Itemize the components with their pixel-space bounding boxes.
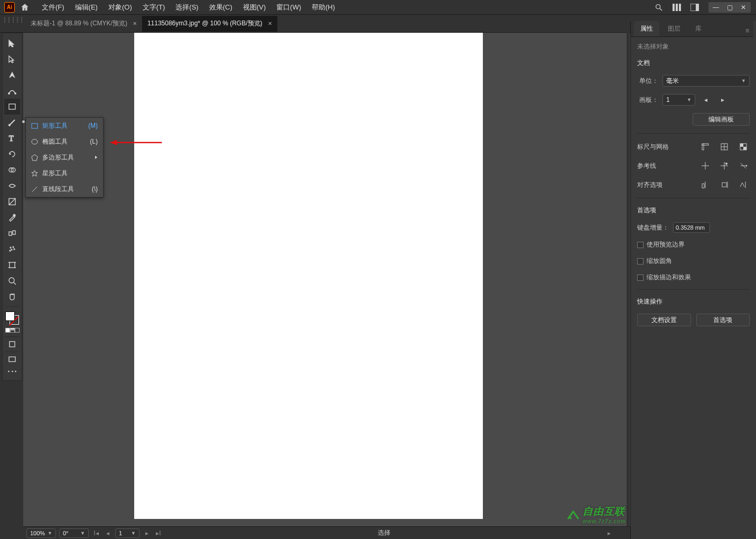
- smart-guides-icon[interactable]: [737, 160, 750, 172]
- flyout-line-tool[interactable]: 直线段工具 (\): [26, 181, 103, 197]
- svg-point-50: [725, 163, 727, 165]
- transparency-grid-icon[interactable]: [737, 141, 750, 153]
- document-setup-button[interactable]: 文档设置: [637, 314, 691, 326]
- pen-tool[interactable]: [4, 67, 20, 83]
- svg-marker-36: [32, 170, 38, 176]
- flyout-rectangle-tool[interactable]: 矩形工具 (M): [26, 118, 103, 134]
- window-close[interactable]: ✕: [736, 3, 750, 12]
- menu-type[interactable]: 文字(T): [138, 0, 170, 15]
- svg-rect-18: [13, 231, 15, 234]
- color-mode-row[interactable]: [4, 325, 20, 335]
- edit-toolbar-button[interactable]: [4, 365, 20, 377]
- align-pixel-icon[interactable]: [699, 179, 712, 191]
- tab-layers[interactable]: 图层: [661, 21, 687, 36]
- scrollbar-horizontal[interactable]: [23, 519, 630, 526]
- workspace-icon[interactable]: [688, 1, 701, 14]
- next-artboard-button[interactable]: ▸: [143, 529, 151, 537]
- window-minimize[interactable]: —: [709, 3, 723, 12]
- prev-artboard-button[interactable]: ◂: [104, 529, 112, 537]
- blend-tool[interactable]: [4, 225, 20, 241]
- document-tab-2[interactable]: 11135086ym3.jpg* @ 100 % (RGB/预览) ✕: [142, 16, 277, 32]
- direct-selection-tool[interactable]: [4, 51, 20, 67]
- shape-builder-tool[interactable]: [4, 162, 20, 178]
- artboard-prev-button[interactable]: ◂: [699, 94, 712, 106]
- menu-view[interactable]: 视图(V): [238, 0, 270, 15]
- panel-menu-icon[interactable]: ≡: [741, 25, 753, 36]
- checkbox-box: [637, 258, 643, 264]
- search-icon[interactable]: [652, 1, 665, 14]
- screen-mode-button[interactable]: [4, 354, 20, 365]
- rotate-tool[interactable]: [4, 146, 20, 162]
- flyout-item-label: 矩形工具: [42, 121, 68, 130]
- fill-stroke-swatch[interactable]: [4, 310, 20, 325]
- canvas[interactable]: [134, 33, 483, 521]
- artboard-next-button[interactable]: ▸: [716, 94, 729, 106]
- symbol-sprayer-tool[interactable]: [4, 241, 20, 257]
- scale-corners-checkbox[interactable]: 缩放圆角: [637, 257, 750, 266]
- menu-effect[interactable]: 效果(C): [204, 0, 237, 15]
- last-artboard-button[interactable]: ▸I: [154, 529, 163, 537]
- zoom-select[interactable]: 100% ▼: [26, 528, 56, 538]
- zoom-value: 100%: [30, 530, 45, 536]
- svg-point-16: [13, 214, 15, 216]
- units-select[interactable]: 毫米 ▼: [662, 75, 750, 87]
- menu-object[interactable]: 对象(O): [104, 0, 137, 15]
- use-preview-bounds-checkbox[interactable]: 使用预览边界: [637, 240, 750, 249]
- key-increment-input[interactable]: [673, 222, 710, 233]
- star-icon: [31, 170, 38, 177]
- curvature-tool[interactable]: [4, 83, 20, 99]
- draw-mode-button[interactable]: [4, 338, 20, 350]
- align-glyph-icon[interactable]: [737, 179, 750, 191]
- menu-window[interactable]: 窗口(W): [272, 0, 306, 15]
- guides-show-icon[interactable]: [699, 160, 712, 172]
- svg-text:T: T: [9, 135, 14, 143]
- rectangle-tool[interactable]: [4, 99, 20, 115]
- close-icon[interactable]: ✕: [268, 21, 272, 26]
- separator: [5, 306, 19, 307]
- menu-select[interactable]: 选择(S): [171, 0, 203, 15]
- eyedropper-tool[interactable]: [4, 210, 20, 225]
- tab-libraries[interactable]: 库: [689, 21, 708, 36]
- arrange-icon[interactable]: [670, 1, 683, 14]
- artboard-select[interactable]: 1 ▼: [662, 94, 695, 106]
- rulers-icon[interactable]: [699, 141, 712, 153]
- section-rulers: 标尺与网格: [637, 143, 693, 152]
- paintbrush-tool[interactable]: [4, 115, 20, 130]
- submenu-arrow-icon: [95, 156, 98, 159]
- flyout-polygon-tool[interactable]: 多边形工具: [26, 149, 103, 165]
- artboard-nav-select[interactable]: 1 ▼: [115, 528, 139, 538]
- grid-icon[interactable]: [718, 141, 731, 153]
- document-tab-1[interactable]: 未标题-1 @ 88.89 % (CMYK/预览) ✕: [25, 16, 142, 32]
- menu-edit[interactable]: 编辑(E): [70, 0, 102, 15]
- flyout-star-tool[interactable]: 星形工具: [26, 165, 103, 181]
- width-tool[interactable]: [4, 178, 20, 194]
- scale-strokes-checkbox[interactable]: 缩放描边和效果: [637, 273, 750, 282]
- svg-line-37: [32, 186, 37, 191]
- zoom-tool[interactable]: [4, 273, 20, 289]
- home-icon[interactable]: [20, 3, 30, 12]
- tab-properties[interactable]: 属性: [634, 21, 659, 36]
- fill-swatch[interactable]: [5, 311, 15, 321]
- gradient-tool[interactable]: [4, 194, 20, 210]
- window-maximize[interactable]: ▢: [723, 3, 736, 12]
- svg-rect-4: [679, 4, 681, 11]
- edit-artboard-button[interactable]: 编辑画板: [693, 113, 750, 126]
- section-align: 对齐选项: [637, 181, 693, 190]
- selection-tool[interactable]: [4, 35, 20, 51]
- close-icon[interactable]: ✕: [133, 21, 137, 26]
- align-point-icon[interactable]: [718, 179, 731, 191]
- rotate-select[interactable]: 0° ▼: [59, 528, 89, 538]
- menu-help[interactable]: 帮助(H): [307, 0, 340, 15]
- guides-lock-icon[interactable]: [718, 160, 731, 172]
- status-arrow-button[interactable]: ▸: [605, 529, 613, 537]
- splitter[interactable]: [627, 21, 630, 539]
- menu-file[interactable]: 文件(F): [37, 0, 69, 15]
- hand-tool[interactable]: [4, 289, 20, 305]
- toolbox: T: [2, 33, 22, 381]
- artboard-tool[interactable]: [4, 257, 20, 273]
- type-tool[interactable]: T: [4, 130, 20, 146]
- preferences-button[interactable]: 首选项: [696, 314, 750, 326]
- svg-marker-53: [746, 165, 748, 167]
- flyout-ellipse-tool[interactable]: 椭圆工具 (L): [26, 134, 103, 149]
- first-artboard-button[interactable]: I◂: [92, 529, 100, 537]
